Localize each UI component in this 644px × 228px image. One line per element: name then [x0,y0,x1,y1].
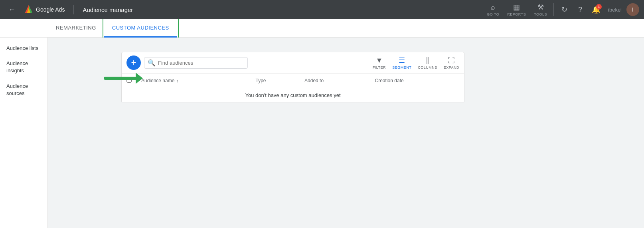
expand-label: EXPAND [444,65,459,69]
segment-button[interactable]: ☰ SEGMENT [392,56,411,69]
username-label: ibekel [608,7,622,13]
search-input[interactable] [158,60,244,66]
refresh-button[interactable]: ↻ [557,2,571,17]
tab-custom-audiences[interactable]: CUSTOM AUDIENCES [104,19,177,38]
table-toolbar: + 🔍 ▼ FILTER ☰ SEGMENT ‖ [122,52,464,73]
col-header-type: Type [251,73,300,88]
tools-icon: ⚒ [537,3,544,12]
content-area: + 🔍 ▼ FILTER ☰ SEGMENT ‖ [48,38,644,228]
sidebar-item-audience-insights[interactable]: Audience insights [0,56,47,78]
topbar-left: ← Google Ads Audience manager [5,2,484,17]
expand-button[interactable]: ⛶ EXPAND [444,56,459,69]
topbar-right: ⌕ GO TO ▦ REPORTS ⚒ TOOLS ↻ ? 🔔 1 ibekel… [484,1,639,18]
segment-icon: ☰ [399,56,405,65]
tools-label: TOOLS [534,12,547,16]
segment-label: SEGMENT [392,65,411,69]
reports-icon: ▦ [513,3,520,12]
arrow-head [136,73,143,84]
expand-icon: ⛶ [448,56,455,65]
reports-button[interactable]: ▦ REPORTS [504,1,529,18]
topbar-divider [73,5,74,14]
arrow-shaft [104,77,136,80]
goto-button[interactable]: ⌕ GO TO [484,2,502,18]
tab-remarketing[interactable]: REMARKETING [48,19,104,38]
col-header-name: Audience name ↑ [136,73,251,88]
avatar[interactable]: I [626,3,639,16]
sidebar-item-audience-lists[interactable]: Audience lists [0,41,47,56]
table-container: + 🔍 ▼ FILTER ☰ SEGMENT ‖ [121,52,464,103]
audiences-table: Audience name ↑ Type Added to Creation d… [122,73,464,103]
help-button[interactable]: ? [573,2,587,17]
page-title: Audience manager [83,6,133,13]
app-name: Google Ads [36,6,65,13]
goto-label: GO TO [487,12,499,16]
tabs-row: REMARKETING CUSTOM AUDIENCES [0,19,644,38]
add-audience-button[interactable]: + [126,56,141,70]
back-icon[interactable]: ← [5,2,19,17]
empty-message: You don't have any custom audiences yet [122,88,464,103]
main-layout: Audience lists Audience insights Audienc… [0,38,644,228]
toolbar-actions: ▼ FILTER ☰ SEGMENT ‖ COLUMNS ⛶ EXPAND [373,56,459,69]
col-header-added-to: Added to [300,73,370,88]
table-body: You don't have any custom audiences yet [122,88,464,103]
notification-button[interactable]: 🔔 1 [589,2,603,17]
reports-label: REPORTS [507,12,526,16]
columns-icon: ‖ [426,56,429,65]
topbar-right-divider [553,3,554,16]
sidebar: Audience lists Audience insights Audienc… [0,38,48,228]
topbar: ← Google Ads Audience manager ⌕ GO TO ▦ … [0,0,644,19]
table-header-row: Audience name ↑ Type Added to Creation d… [122,73,464,88]
filter-icon: ▼ [376,56,383,65]
table-header: Audience name ↑ Type Added to Creation d… [122,73,464,88]
search-icon: 🔍 [148,59,156,67]
google-ads-logo: Google Ads [23,4,65,15]
sort-icon: ↑ [176,78,178,83]
sidebar-item-audience-sources[interactable]: Audience sources [0,79,47,101]
goto-icon: ⌕ [491,3,495,12]
columns-label: COLUMNS [418,65,437,69]
search-box: 🔍 [144,57,248,69]
col-header-creation-date: Creation date [370,73,464,88]
filter-button[interactable]: ▼ FILTER [373,56,386,69]
notification-badge: 1 [596,4,602,10]
columns-button[interactable]: ‖ COLUMNS [418,56,437,69]
tools-button[interactable]: ⚒ TOOLS [531,1,550,18]
filter-label: FILTER [373,65,386,69]
arrow-annotation [104,73,143,84]
empty-row: You don't have any custom audiences yet [122,88,464,103]
logo-icon [23,4,34,15]
